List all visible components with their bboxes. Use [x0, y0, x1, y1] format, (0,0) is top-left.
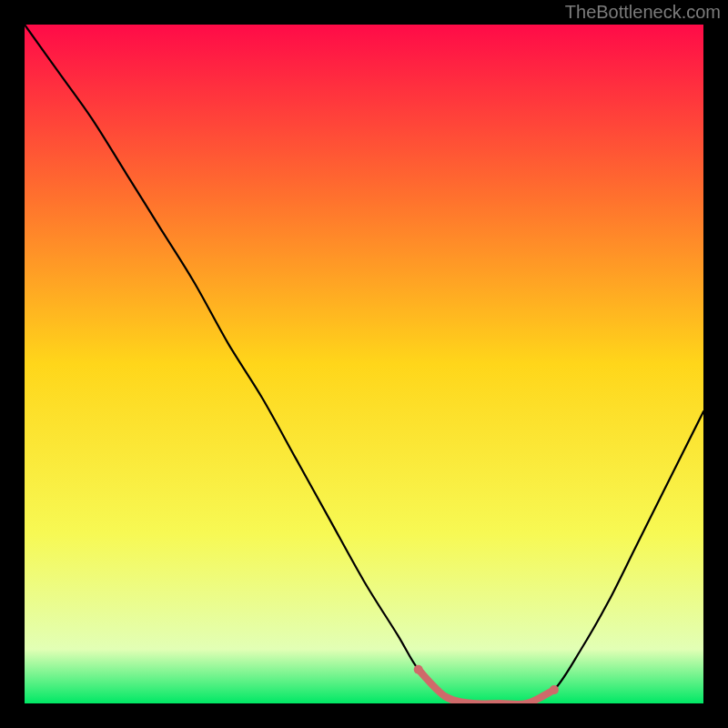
optimal-endpoint-dot: [550, 685, 559, 694]
gradient-background: [25, 25, 703, 703]
chart-plot-area: [25, 25, 703, 703]
bottleneck-chart: [25, 25, 703, 703]
watermark-text: TheBottleneck.com: [565, 2, 721, 23]
optimal-endpoint-dot: [414, 665, 423, 674]
